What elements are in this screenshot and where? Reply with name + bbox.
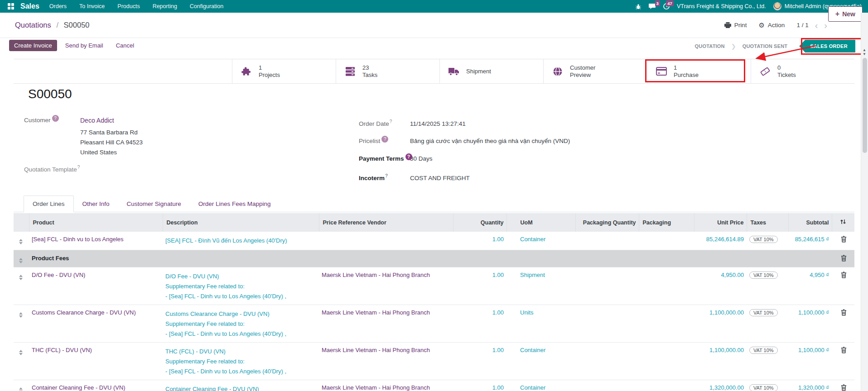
- pricelist-value[interactable]: Bảng giá cước vận chuyển theo giá nhà vậ…: [410, 138, 570, 144]
- unit-price-cell[interactable]: 1,100,000.00: [694, 342, 747, 380]
- tax-badge[interactable]: VAT 10%: [749, 236, 778, 243]
- optional-columns-icon[interactable]: [832, 213, 854, 232]
- product-link[interactable]: Customs Clearance Charge - DVU (VN): [32, 309, 136, 316]
- quantity-cell[interactable]: 1.00: [453, 342, 506, 380]
- uom-column-header[interactable]: UoM: [506, 213, 575, 232]
- order-line-row[interactable]: Container Cleaning Fee - DVU (VN)Contain…: [14, 380, 854, 391]
- packaging-quantity-cell[interactable]: [575, 232, 639, 250]
- uom-link[interactable]: Container: [520, 347, 545, 353]
- taxes-column-header[interactable]: Taxes: [747, 213, 788, 232]
- unit-price-column-header[interactable]: Unit Price: [694, 213, 747, 232]
- description-cell[interactable]: Container Cleaning Fee - DVU (VN): [163, 380, 319, 391]
- packaging-cell[interactable]: [639, 232, 694, 250]
- subtotal-column-header[interactable]: Subtotal: [788, 213, 832, 232]
- stat-button-tickets[interactable]: 0Tickets: [751, 59, 854, 83]
- menu-to-invoice[interactable]: To Invoice: [79, 3, 105, 10]
- tax-badge[interactable]: VAT 10%: [749, 347, 778, 354]
- description-cell[interactable]: [SEA] FCL - Đình Vũ đến Los Angeles (40'…: [163, 232, 319, 250]
- unit-price-cell[interactable]: 85,246,614.89: [694, 232, 747, 250]
- print-button[interactable]: Print: [724, 22, 747, 29]
- activities-clock-icon[interactable]: 47: [663, 3, 670, 10]
- description-cell[interactable]: THC (FCL) - DVU (VN)Supplementary Fee re…: [163, 342, 319, 380]
- order-line-row[interactable]: D/O Fee - DVU (VN)D/O Fee - DVU (VN)Supp…: [14, 267, 854, 305]
- tax-badge[interactable]: VAT 10%: [749, 384, 778, 391]
- scrollbar-arrows-icon[interactable]: ▲▼: [863, 48, 866, 56]
- menu-orders[interactable]: Orders: [49, 3, 67, 10]
- create-invoice-button[interactable]: Create Invoice: [9, 40, 57, 51]
- stage-quotation-sent[interactable]: QUOTATION SENT: [736, 43, 794, 49]
- description-cell[interactable]: Customs Clearance Charge - DVU (VN)Suppl…: [163, 305, 319, 342]
- uom-link[interactable]: Units: [520, 309, 534, 316]
- product-link[interactable]: [Sea] FCL - Dinh vu to Los Angeles: [32, 236, 124, 243]
- stat-button-tasks[interactable]: 23Tasks: [336, 59, 439, 83]
- pager-next-icon[interactable]: ›: [824, 21, 827, 30]
- packaging-quantity-cell[interactable]: [575, 380, 639, 391]
- new-button[interactable]: + New: [828, 6, 863, 22]
- tab-order-lines-fees-mapping[interactable]: Order Lines Fees Mapping: [190, 196, 280, 212]
- delete-row-icon[interactable]: [841, 272, 847, 280]
- description-cell[interactable]: D/O Fee - DVU (VN)Supplementary Fee rela…: [163, 267, 319, 305]
- drag-handle-icon[interactable]: [19, 256, 23, 265]
- menu-products[interactable]: Products: [117, 3, 140, 10]
- vendor-link[interactable]: Maersk Line Vietnam - Hai Phong Branch: [322, 384, 430, 391]
- scrollbar-thumb[interactable]: [863, 58, 867, 153]
- vendor-column-header[interactable]: Price Reference Vendor: [319, 213, 453, 232]
- menu-configuration[interactable]: Configuration: [190, 3, 223, 10]
- tab-order-lines[interactable]: Order Lines: [24, 196, 74, 212]
- delete-row-icon[interactable]: [841, 309, 847, 317]
- uom-link[interactable]: Container: [520, 236, 545, 243]
- product-link[interactable]: Container Cleaning Fee - DVU (VN): [32, 384, 125, 391]
- order-date-value[interactable]: 11/14/2025 13:27:41: [410, 120, 466, 127]
- section-row[interactable]: Product Fees: [14, 250, 854, 267]
- delete-row-icon[interactable]: [841, 255, 847, 263]
- unit-price-cell[interactable]: 1,320,000.00: [694, 380, 747, 391]
- incoterm-value[interactable]: COST AND FREIGHT: [410, 175, 470, 181]
- vendor-link[interactable]: Maersk Line Vietnam - Hai Phong Branch: [322, 347, 430, 353]
- product-link[interactable]: THC (FCL) - DVU (VN): [32, 347, 92, 353]
- delete-row-icon[interactable]: [841, 384, 847, 391]
- vendor-link[interactable]: Maersk Line Vietnam - Hai Phong Branch: [322, 272, 430, 278]
- messages-icon[interactable]: 3: [649, 3, 656, 10]
- stat-button-shipment[interactable]: Shipment: [439, 59, 543, 83]
- debug-bug-icon[interactable]: [635, 4, 641, 10]
- tab-customer-signature[interactable]: Customer Signature: [118, 196, 190, 212]
- stat-button-projects[interactable]: 1Projects: [232, 59, 336, 83]
- drag-handle-icon[interactable]: [19, 310, 23, 319]
- packaging-cell[interactable]: [639, 267, 694, 305]
- company-switcher[interactable]: VTrans Freight & Shipping Co., Ltd.: [677, 3, 766, 10]
- packaging-cell[interactable]: [639, 342, 694, 380]
- order-line-row[interactable]: Customs Clearance Charge - DVU (VN)Custo…: [14, 305, 854, 342]
- cancel-button[interactable]: Cancel: [111, 40, 139, 51]
- breadcrumb-quotations[interactable]: Quotations: [15, 21, 51, 29]
- quantity-cell[interactable]: 1.00: [453, 232, 506, 250]
- quantity-cell[interactable]: 1.00: [453, 305, 506, 342]
- packaging-quantity-cell[interactable]: [575, 342, 639, 380]
- delete-row-icon[interactable]: [841, 236, 847, 244]
- packaging-quantity-column-header[interactable]: Packaging Quantity: [575, 213, 639, 232]
- stage-quotation[interactable]: QUOTATION: [689, 43, 731, 49]
- stage-sales-order-active[interactable]: SALES ORDER: [799, 40, 855, 52]
- tab-other-info[interactable]: Other Info: [74, 196, 118, 212]
- drag-handle-icon[interactable]: [19, 237, 23, 246]
- app-name[interactable]: Sales: [20, 2, 39, 10]
- pager-previous-icon[interactable]: ‹: [815, 21, 818, 30]
- tax-badge[interactable]: VAT 10%: [749, 309, 778, 316]
- packaging-quantity-cell[interactable]: [575, 305, 639, 342]
- unit-price-cell[interactable]: 4,950.00: [694, 267, 747, 305]
- help-question-icon[interactable]: ?: [381, 136, 388, 143]
- packaging-column-header[interactable]: Packaging: [639, 213, 694, 232]
- drag-handle-icon[interactable]: [19, 273, 23, 282]
- customer-value[interactable]: Deco Addict: [80, 117, 114, 124]
- product-column-header[interactable]: Product: [29, 213, 163, 232]
- unit-price-cell[interactable]: 1,100,000.00: [694, 305, 747, 342]
- drag-handle-icon[interactable]: [19, 386, 23, 391]
- tax-badge[interactable]: VAT 10%: [749, 272, 778, 279]
- description-column-header[interactable]: Description: [163, 213, 319, 232]
- packaging-cell[interactable]: [639, 380, 694, 391]
- uom-link[interactable]: Shipment: [520, 272, 545, 278]
- action-button[interactable]: ⚙ Action: [758, 22, 785, 29]
- menu-reporting[interactable]: Reporting: [153, 3, 177, 10]
- packaging-cell[interactable]: [639, 305, 694, 342]
- stat-button-purchase[interactable]: 1Purchase: [647, 59, 751, 83]
- quantity-cell[interactable]: 1.00: [453, 267, 506, 305]
